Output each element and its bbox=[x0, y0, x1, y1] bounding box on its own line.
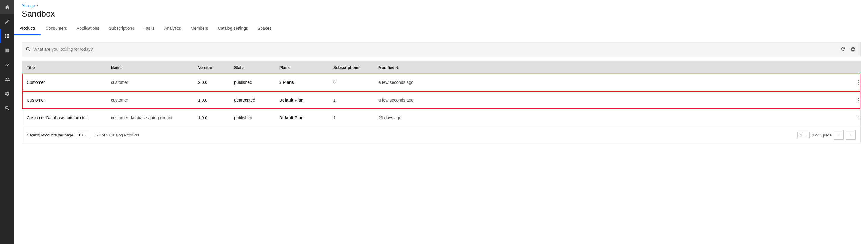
col-name: Name bbox=[106, 62, 193, 73]
list-icon[interactable] bbox=[0, 43, 14, 58]
table-header: Title Name Version State Plans Subscript… bbox=[22, 62, 861, 73]
table-row[interactable]: Customercustomer1.0.0deprecatedDefault P… bbox=[22, 91, 861, 109]
cell-actions: ⋮ bbox=[848, 73, 861, 91]
cell-version: 1.0.0 bbox=[193, 109, 229, 126]
search-icon bbox=[26, 47, 31, 52]
cell-state: deprecated bbox=[229, 91, 274, 109]
col-modified: Modified bbox=[374, 62, 848, 73]
table-body: Customercustomer2.0.0published3 Plans0a … bbox=[22, 73, 861, 127]
table-row[interactable]: Customer Database auto productcustomer-d… bbox=[22, 109, 861, 127]
cell-actions: ⋮ bbox=[848, 91, 861, 109]
tab-catalog-settings[interactable]: Catalog settings bbox=[213, 22, 253, 35]
current-page: 1 bbox=[800, 133, 802, 137]
next-page-button[interactable] bbox=[846, 130, 856, 140]
cell-plans: Default Plan bbox=[274, 109, 329, 126]
refresh-button[interactable] bbox=[839, 45, 847, 53]
cell-modified: a few seconds ago bbox=[374, 73, 848, 91]
home-icon[interactable] bbox=[0, 0, 14, 14]
cell-title: Customer bbox=[22, 73, 106, 91]
tabs-container: ProductsConsumersApplicationsSubscriptio… bbox=[14, 22, 868, 35]
col-title: Title bbox=[22, 62, 106, 73]
cell-actions: ⋮ bbox=[848, 109, 861, 126]
total-text: 1-3 of 3 Catalog Products bbox=[95, 133, 139, 137]
breadcrumb-separator: / bbox=[37, 4, 38, 8]
cell-subscriptions: 1 bbox=[329, 109, 374, 126]
cell-plans: 3 Plans bbox=[274, 73, 329, 91]
tab-products[interactable]: Products bbox=[14, 22, 40, 35]
sidebar bbox=[0, 0, 14, 244]
page-select[interactable]: 1 bbox=[797, 132, 810, 138]
chevron-down-icon bbox=[84, 133, 88, 137]
col-state: State bbox=[229, 62, 274, 73]
col-version: Version bbox=[193, 62, 229, 73]
cell-state: published bbox=[229, 109, 274, 126]
search-icon-sidebar[interactable] bbox=[0, 101, 14, 115]
prev-page-button[interactable] bbox=[834, 130, 844, 140]
chart-icon[interactable] bbox=[0, 58, 14, 72]
tab-spaces[interactable]: Spaces bbox=[253, 22, 277, 35]
pagination: Catalog Products per page 10 1-3 of 3 Ca… bbox=[22, 127, 861, 143]
page-controls: 1 1 of 1 page bbox=[797, 130, 856, 140]
cell-subscriptions: 1 bbox=[329, 91, 374, 109]
breadcrumb-link[interactable]: Manage bbox=[22, 4, 35, 8]
cell-modified: 23 days ago bbox=[374, 109, 848, 126]
cell-modified: a few seconds ago bbox=[374, 91, 848, 109]
users-icon[interactable] bbox=[0, 72, 14, 87]
col-plans: Plans bbox=[274, 62, 329, 73]
tab-tasks[interactable]: Tasks bbox=[139, 22, 159, 35]
header: Manage / Sandbox bbox=[14, 0, 868, 22]
cell-version: 1.0.0 bbox=[193, 91, 229, 109]
page-chevron-down-icon bbox=[803, 133, 807, 137]
per-page-container: Catalog Products per page 10 bbox=[27, 132, 90, 138]
table-row[interactable]: Customercustomer2.0.0published3 Plans0a … bbox=[22, 73, 861, 91]
settings-button[interactable] bbox=[849, 45, 857, 53]
cell-name: customer bbox=[106, 91, 193, 109]
cell-version: 2.0.0 bbox=[193, 73, 229, 91]
cell-title: Customer Database auto product bbox=[22, 109, 106, 126]
per-page-value: 10 bbox=[79, 133, 83, 137]
cell-name: customer bbox=[106, 73, 193, 91]
search-input[interactable] bbox=[33, 47, 839, 52]
search-actions bbox=[839, 45, 857, 53]
cell-plans: Default Plan bbox=[274, 91, 329, 109]
content-area: Title Name Version State Plans Subscript… bbox=[14, 35, 868, 244]
per-page-label: Catalog Products per page bbox=[27, 133, 73, 137]
overflow-menu-button[interactable]: ⋮ bbox=[853, 78, 864, 87]
settings-icon[interactable] bbox=[0, 87, 14, 101]
edit-icon[interactable] bbox=[0, 14, 14, 29]
chevron-right-icon bbox=[849, 133, 853, 137]
tab-consumers[interactable]: Consumers bbox=[40, 22, 72, 35]
tab-subscriptions[interactable]: Subscriptions bbox=[104, 22, 139, 35]
overflow-menu-button[interactable]: ⋮ bbox=[853, 113, 864, 122]
apps-icon[interactable] bbox=[0, 29, 14, 43]
per-page-select[interactable]: 10 bbox=[76, 132, 90, 138]
cell-name: customer-database-auto-product bbox=[106, 109, 193, 126]
overflow-menu-button[interactable]: ⋮ bbox=[853, 96, 864, 104]
page-title: Sandbox bbox=[22, 9, 861, 19]
cell-title: Customer bbox=[22, 91, 106, 109]
tab-members[interactable]: Members bbox=[186, 22, 213, 35]
breadcrumb: Manage / bbox=[22, 4, 861, 8]
tab-applications[interactable]: Applications bbox=[72, 22, 104, 35]
main-content: Manage / Sandbox ProductsConsumersApplic… bbox=[14, 0, 868, 244]
page-info: 1 of 1 page bbox=[812, 133, 832, 137]
search-bar bbox=[22, 42, 861, 57]
col-subscriptions: Subscriptions bbox=[329, 62, 374, 73]
cell-subscriptions: 0 bbox=[329, 73, 374, 91]
col-actions bbox=[848, 62, 861, 73]
tab-analytics[interactable]: Analytics bbox=[159, 22, 186, 35]
products-table: Title Name Version State Plans Subscript… bbox=[22, 61, 861, 143]
cell-state: published bbox=[229, 73, 274, 91]
chevron-left-icon bbox=[837, 133, 841, 137]
